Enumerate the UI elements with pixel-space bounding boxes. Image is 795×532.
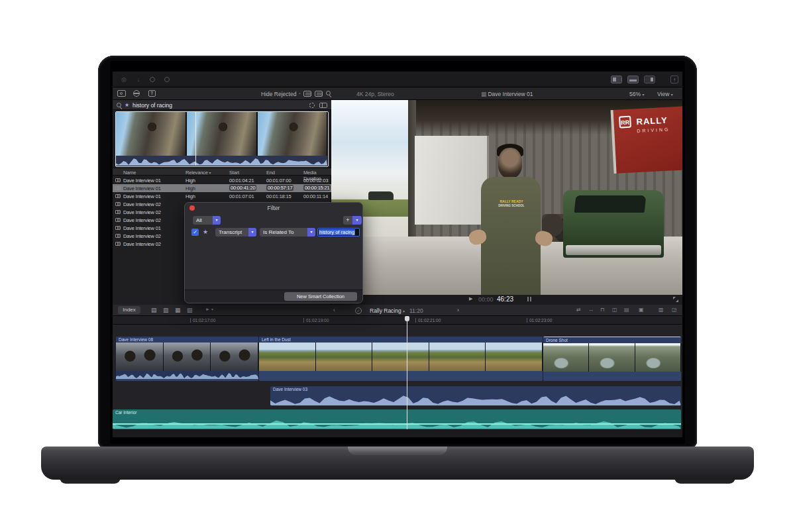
final-cut-pro-window: ◎ ↓ ↑ T Hide Rejected ⌃ 4K 24p, Stereo ▦… <box>113 72 682 437</box>
expand-viewer-icon[interactable] <box>673 297 678 302</box>
trim-icon[interactable]: ⇄ <box>576 307 581 313</box>
user-icon[interactable] <box>164 77 170 82</box>
clip-icon <box>115 210 121 214</box>
man-tshirt: RALLY READY DRIVING SCHOOL <box>481 177 541 295</box>
dialog-title: Filter <box>185 205 362 211</box>
project-name-popup[interactable]: Rally Racing ▾ <box>370 307 405 314</box>
audio-clip-dave-interview-03[interactable]: Dave Interview 03 <box>270 386 681 405</box>
playhead[interactable] <box>407 316 407 429</box>
clip-waveform <box>116 371 258 379</box>
viewer-view-popup[interactable]: View ▾ <box>657 91 673 97</box>
match-popup[interactable]: All▾ <box>193 216 221 225</box>
clip-list-row-selected[interactable]: Dave Interview 01 High 00:00:41:20 00:00… <box>113 184 331 192</box>
smart-collection-icon: ★ <box>125 102 129 108</box>
viewer-clip-name: ▦ Dave Interview 01 <box>481 91 533 97</box>
photos-audio-icon[interactable] <box>133 90 140 97</box>
clip-filter-popup[interactable]: Hide Rejected ⌃ <box>261 91 301 97</box>
browser-layout-icon[interactable] <box>611 76 622 83</box>
audio-meter-bar[interactable] <box>530 297 531 301</box>
rule-type-popup[interactable]: Transcript▾ <box>215 228 256 237</box>
append-edit-icon[interactable]: ▦ <box>175 307 181 313</box>
next-project-icon[interactable]: › <box>457 307 459 313</box>
column-start[interactable]: Start <box>229 170 239 176</box>
add-rule-chevron[interactable]: ▾ <box>352 216 362 225</box>
rule-condition-popup[interactable]: Is Related To▾ <box>260 228 315 237</box>
previous-project-icon[interactable]: ‹ <box>333 307 335 313</box>
media-import-icon[interactable] <box>117 90 126 97</box>
dialog-footer: New Smart Collection <box>185 290 362 303</box>
column-end[interactable]: End <box>266 170 275 176</box>
import-arrow-icon[interactable]: ↓ <box>135 76 142 83</box>
add-rule-button[interactable]: + <box>343 216 352 225</box>
clip-list-row[interactable]: Dave Interview 01 High 00:01:07:01 00:01… <box>113 192 331 200</box>
clip-icon <box>115 202 121 206</box>
rule-checkbox[interactable]: ✓ <box>191 229 199 236</box>
timecode-display: 46:23 <box>497 295 513 303</box>
video-clip-drone-shot[interactable]: Drone Shot <box>543 337 681 381</box>
search-settings-gear-icon[interactable] <box>309 103 315 108</box>
insert-edit-icon[interactable]: ▥ <box>163 307 169 313</box>
timeline-layout-icon[interactable] <box>627 76 639 83</box>
viewer-control-bar: ▶ 00:00 46:23 <box>331 295 682 303</box>
snapping-icon[interactable]: ▥ <box>659 307 664 313</box>
rule-value-input[interactable]: history of racing <box>317 228 360 237</box>
retime-icon[interactable]: ⊓ <box>600 307 604 313</box>
timeline-ruler[interactable]: 01:02:17:00 01:02:19:00 01:02:21:00 01:0… <box>113 316 682 325</box>
inspector-layout-icon[interactable] <box>644 76 655 83</box>
blue-rally-car <box>628 229 682 287</box>
audio-meter-bar[interactable] <box>527 297 529 301</box>
smart-collection-icon: ★ <box>203 229 208 235</box>
share-icon[interactable]: ↑ <box>670 76 678 83</box>
play-button[interactable]: ▶ <box>469 296 472 301</box>
filmstrip-view-icon[interactable] <box>319 103 327 108</box>
new-smart-collection-button[interactable]: New Smart Collection <box>284 292 357 301</box>
search-icon <box>117 103 121 107</box>
banner-text: RALLY <box>636 115 668 127</box>
ruler-timecode: 01:02:19:00 <box>303 318 329 323</box>
playhead-handle[interactable] <box>405 316 409 321</box>
browser-search-bar[interactable]: ★ history of racing <box>113 100 331 110</box>
ruler-timecode: 01:02:17:00 <box>190 318 215 323</box>
car-outside <box>368 191 394 200</box>
filmstrip-audio-waveform <box>116 156 327 166</box>
column-name[interactable]: Name <box>123 170 136 176</box>
titles-generators-icon[interactable]: T <box>148 90 156 97</box>
connect-edit-icon[interactable]: ▤ <box>151 307 157 313</box>
clip-filmstrip-preview[interactable] <box>115 111 329 167</box>
clip-icon <box>115 178 121 182</box>
link-icon[interactable] <box>150 77 155 82</box>
shirt-logo-text: RALLY READY <box>497 199 526 203</box>
marker-list-icon[interactable] <box>315 91 323 97</box>
clip-waveform <box>270 392 681 405</box>
audio-enhancements-icon[interactable]: ▤ <box>624 307 629 313</box>
transition-icon[interactable]: ↔ <box>588 307 594 313</box>
effects-icon[interactable]: ◫ <box>612 307 617 313</box>
clip-icon <box>115 242 121 246</box>
clip-list-row[interactable]: Dave Interview 01 High 00:01:04:21 00:01… <box>113 176 331 184</box>
overwrite-edit-icon[interactable]: ▧ <box>187 307 193 313</box>
index-button[interactable]: Index <box>118 306 140 314</box>
skimming-icon[interactable]: ▣ <box>639 307 644 313</box>
main-toolbar: T Hide Rejected ⌃ 4K 24p, Stereo ▦ Dave … <box>113 87 682 100</box>
rally-driving-banner: RR RALLY DRIVING <box>611 106 682 174</box>
column-relevance[interactable]: Relevance ▾ <box>186 170 211 176</box>
timeline-zoom-icon[interactable]: ◲ <box>672 307 677 313</box>
clip-appearance-icon[interactable] <box>303 91 311 97</box>
video-clip-dave-interview-08[interactable]: Dave Interview 08 <box>116 337 258 381</box>
viewer-canvas: RR RALLY DRIVING RALLY READY DRIVING SCH… <box>331 100 682 295</box>
filmstrip-frame <box>187 112 257 156</box>
audio-clip-car-interior[interactable]: Car Interior <box>113 409 681 429</box>
record-icon[interactable]: ◎ <box>121 76 127 83</box>
search-input[interactable]: history of racing <box>132 102 172 109</box>
video-clip-left-in-the-dust[interactable]: Left in the Dust <box>259 337 543 381</box>
tool-popup[interactable]: ► ▾ <box>205 307 213 311</box>
background-tasks-icon[interactable]: ✓ <box>355 307 362 314</box>
clip-list-header[interactable]: Name Relevance ▾ Start End Media Duratio… <box>113 168 331 176</box>
timeline-toolbar: Index ▤ ▥ ▦ ▧ ► ▾ ‹ ✓ Rally Racing ▾ 11:… <box>113 305 682 316</box>
viewer-panel: RR RALLY DRIVING RALLY READY DRIVING SCH… <box>331 100 682 303</box>
shirt-logo-text: DRIVING SCHOOL <box>497 204 526 207</box>
viewer-zoom-popup[interactable]: 56% ▾ <box>629 91 644 97</box>
banner-text: DRIVING <box>637 127 670 134</box>
timeline-tracks: Dave Interview 08 Left in the Dust Drone… <box>113 325 682 429</box>
search-icon[interactable] <box>326 91 331 95</box>
